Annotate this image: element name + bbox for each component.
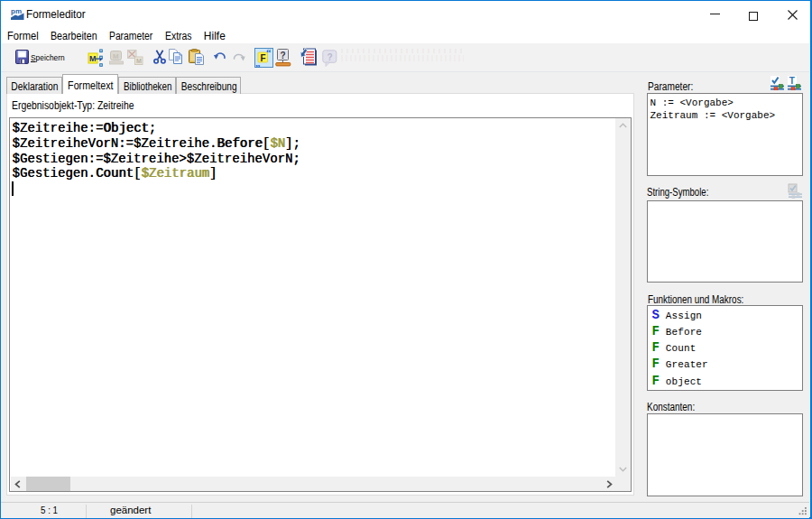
svg-text:M: M <box>113 52 119 60</box>
svg-text:?: ? <box>328 52 333 62</box>
svg-text:M: M <box>89 54 97 63</box>
svg-text:„: „ <box>255 58 261 68</box>
svg-text:T: T <box>789 76 795 86</box>
svg-text:“: “ <box>266 48 272 58</box>
svg-text:F: F <box>261 53 266 63</box>
svg-text:M: M <box>136 58 142 64</box>
svg-text:pm: pm <box>11 7 22 15</box>
svg-text:?: ? <box>281 51 286 60</box>
